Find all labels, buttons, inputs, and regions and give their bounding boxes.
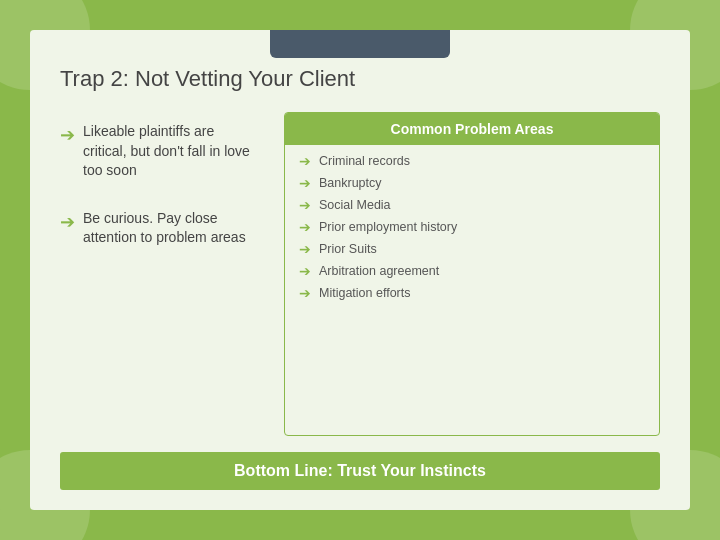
bullet-text-1: Likeable plaintiffs are critical, but do…: [83, 122, 260, 181]
problem-item-arrow-1: ➔: [299, 175, 311, 191]
problem-panel-header: Common Problem Areas: [285, 113, 659, 145]
problem-item-5: ➔Arbitration agreement: [299, 263, 645, 279]
problem-item-1: ➔Bankruptcy: [299, 175, 645, 191]
bullet-arrow-1: ➔: [60, 124, 75, 146]
problem-item-arrow-2: ➔: [299, 197, 311, 213]
problem-item-arrow-0: ➔: [299, 153, 311, 169]
bullet-arrow-2: ➔: [60, 211, 75, 233]
problem-item-arrow-6: ➔: [299, 285, 311, 301]
problem-item-arrow-5: ➔: [299, 263, 311, 279]
problem-item-arrow-4: ➔: [299, 241, 311, 257]
content-area: ➔ Likeable plaintiffs are critical, but …: [60, 112, 660, 436]
problem-item-text-2: Social Media: [319, 198, 391, 212]
slide-title: Trap 2: Not Vetting Your Client: [60, 66, 660, 92]
problem-item-text-6: Mitigation efforts: [319, 286, 410, 300]
problem-item-text-3: Prior employment history: [319, 220, 457, 234]
problem-item-2: ➔Social Media: [299, 197, 645, 213]
problem-item-3: ➔Prior employment history: [299, 219, 645, 235]
bottom-bar: Bottom Line: Trust Your Instincts: [60, 452, 660, 490]
slide-card: Trap 2: Not Vetting Your Client ➔ Likeab…: [30, 30, 690, 510]
problem-item-4: ➔Prior Suits: [299, 241, 645, 257]
problem-item-0: ➔Criminal records: [299, 153, 645, 169]
bullet-text-2: Be curious. Pay close attention to probl…: [83, 209, 260, 248]
problem-list: ➔Criminal records➔Bankruptcy➔Social Medi…: [285, 145, 659, 309]
problem-item-text-0: Criminal records: [319, 154, 410, 168]
top-decorative-bar: [270, 30, 450, 58]
left-column: ➔ Likeable plaintiffs are critical, but …: [60, 112, 260, 436]
problem-item-6: ➔Mitigation efforts: [299, 285, 645, 301]
bullet-item-1: ➔ Likeable plaintiffs are critical, but …: [60, 122, 260, 181]
problem-panel: Common Problem Areas ➔Criminal records➔B…: [284, 112, 660, 436]
problem-item-text-1: Bankruptcy: [319, 176, 382, 190]
bullet-item-2: ➔ Be curious. Pay close attention to pro…: [60, 209, 260, 248]
problem-item-text-5: Arbitration agreement: [319, 264, 439, 278]
problem-item-arrow-3: ➔: [299, 219, 311, 235]
problem-item-text-4: Prior Suits: [319, 242, 377, 256]
